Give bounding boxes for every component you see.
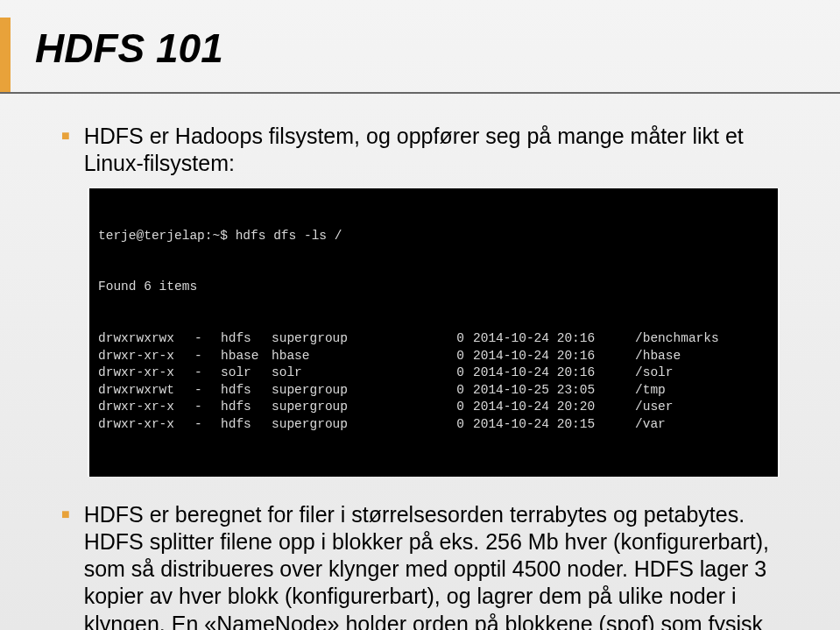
bullet-text-1: HDFS er Hadoops filsystem, og oppfører s… bbox=[84, 123, 796, 178]
terminal-row: drwxrwxrwx-hdfssupergroup02014-10-24 20:… bbox=[98, 330, 769, 348]
bullet-item: ■ HDFS er beregnet for filer i størrelse… bbox=[61, 501, 796, 631]
terminal-row: drwxr-xr-x-hbasehbase02014-10-24 20:16/h… bbox=[98, 348, 769, 365]
terminal-prompt: terje@terjelap:~$ hdfs dfs -ls / bbox=[98, 228, 769, 245]
bullet-icon: ■ bbox=[61, 506, 70, 522]
terminal-row: drwxrwxrwt-hdfssupergroup02014-10-25 23:… bbox=[98, 382, 769, 400]
terminal-output: terje@terjelap:~$ hdfs dfs -ls / Found 6… bbox=[88, 188, 780, 477]
slide-content: ■ HDFS er Hadoops filsystem, og oppfører… bbox=[61, 123, 796, 630]
bullet-text-2: HDFS er beregnet for filer i størrelseso… bbox=[84, 501, 796, 631]
bullet-icon: ■ bbox=[61, 128, 70, 144]
terminal-row: drwxr-xr-x-hdfssupergroup02014-10-24 20:… bbox=[98, 416, 769, 434]
terminal-row: drwxr-xr-x-hdfssupergroup02014-10-24 20:… bbox=[98, 399, 769, 416]
divider-line bbox=[0, 92, 840, 94]
terminal-row: drwxr-xr-x-solrsolr02014-10-24 20:16/sol… bbox=[98, 365, 769, 382]
terminal-found: Found 6 items bbox=[98, 279, 769, 296]
slide-title: HDFS 101 bbox=[35, 25, 223, 72]
bullet-item: ■ HDFS er Hadoops filsystem, og oppfører… bbox=[61, 123, 796, 178]
accent-bar bbox=[0, 18, 11, 92]
